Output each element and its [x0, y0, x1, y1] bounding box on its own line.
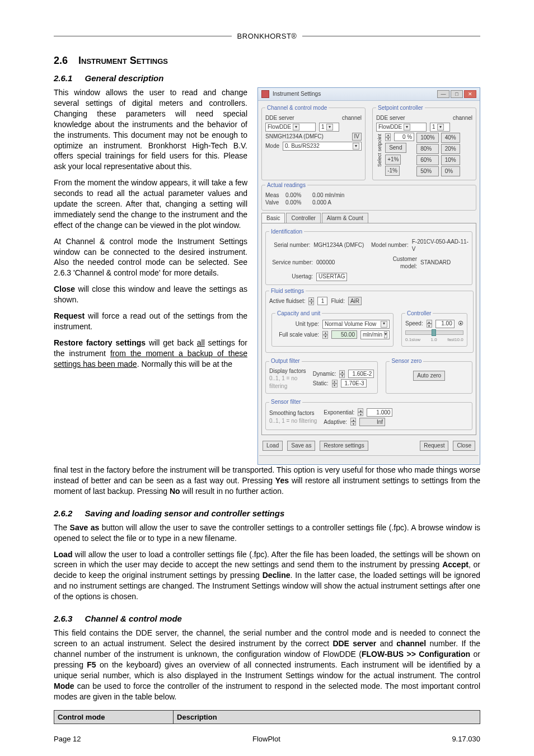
- heading-2.6.2: 2.6.2 Saving and loading sensor and cont…: [54, 508, 480, 519]
- meas-unit: 0.00 mln/min: [312, 192, 344, 199]
- cust-value: STANDARD: [420, 259, 451, 267]
- p4: Close will close this window and leave t…: [54, 284, 247, 305]
- load-button[interactable]: Load: [263, 441, 283, 451]
- channel-legend: Channel & control mode: [265, 104, 329, 112]
- svc-label: Service number:: [269, 259, 313, 267]
- select-setpoint-label: Select setpoint: [376, 133, 383, 168]
- adaptive-label: Adaptive:: [324, 418, 347, 426]
- p9: This field contains the DDE server, the …: [54, 628, 480, 702]
- sp-40-button[interactable]: 40%: [441, 133, 460, 143]
- th-description: Description: [174, 710, 480, 724]
- fluid-legend: Fluid settings: [269, 287, 306, 295]
- close-icon[interactable]: ✕: [464, 90, 476, 98]
- minus1-button[interactable]: -1%: [385, 166, 400, 176]
- page-footer: Page 12 FlowPlot 9.17.030: [54, 734, 480, 744]
- iv-button[interactable]: IV: [352, 133, 362, 141]
- screenshot-column: Instrument Settings — □ ✕ Channel & cont…: [257, 87, 480, 465]
- exponential-value[interactable]: 1.000: [367, 408, 392, 417]
- sensor-filter-legend: Sensor filter: [269, 398, 302, 406]
- dde-server-combo[interactable]: FlowDDE▾: [265, 123, 316, 132]
- heading-2.6-title: Instrument Settings: [78, 55, 168, 66]
- minimize-button[interactable]: —: [437, 90, 449, 98]
- auto-zero-button[interactable]: Auto zero: [413, 371, 445, 381]
- dde-server-label: DDE server: [265, 114, 339, 122]
- fsv-value[interactable]: 50.00: [331, 330, 357, 339]
- heading-2.6.3-num: 2.6.3: [54, 613, 72, 624]
- channel-combo[interactable]: 1▾: [319, 123, 339, 132]
- active-fluidset-value[interactable]: 1: [317, 297, 327, 305]
- sp-dde-combo[interactable]: FlowDDE▾: [376, 123, 427, 132]
- send-button[interactable]: Send: [385, 143, 406, 153]
- setpoint-group: Setpoint controller DDE server channel F…: [372, 104, 476, 180]
- request-button[interactable]: Request: [420, 441, 448, 451]
- sp-0-button[interactable]: 0%: [441, 166, 460, 176]
- heading-2.6: 2.6 Instrument Settings: [54, 54, 480, 67]
- setpoint-legend: Setpoint controller: [376, 104, 425, 112]
- window-titlebar[interactable]: Instrument Settings — □ ✕: [258, 88, 480, 101]
- control-mode-table: Control mode Description: [54, 710, 480, 725]
- th-control-mode: Control mode: [54, 710, 174, 724]
- fsv-unit-combo[interactable]: mln/min▾: [360, 330, 390, 339]
- usertag-label: Usertag:: [269, 273, 313, 281]
- actual-readings-group: Actual readings Meas0.00%0.00 mln/min Va…: [261, 181, 476, 211]
- sp-10-button[interactable]: 10%: [441, 155, 460, 165]
- sp-channel-combo[interactable]: 1▾: [430, 123, 450, 132]
- serial-display: SNMGH1234A (DMFC): [265, 133, 349, 141]
- header-rule-right: [302, 36, 480, 36]
- channel-label: channel: [342, 114, 362, 122]
- display-factors-label: Display factors: [269, 367, 310, 375]
- actual-readings-legend: Actual readings: [265, 181, 307, 189]
- window-title: Instrument Settings: [273, 90, 321, 98]
- restore-settings-button[interactable]: Restore settings: [320, 441, 368, 451]
- left-text-column: This window allows the user to read and …: [54, 87, 247, 465]
- heading-2.6.1-num: 2.6.1: [54, 73, 72, 84]
- sensor-zero-legend: Sensor zero: [390, 357, 423, 365]
- cust-label: Customer model:: [376, 255, 417, 270]
- window-icon: [261, 90, 269, 98]
- exponential-label: Exponential:: [324, 409, 354, 417]
- sp-channel-label: channel: [453, 114, 472, 122]
- sp-50-button[interactable]: 50%: [416, 166, 439, 176]
- output-filter-legend: Output filter: [269, 357, 302, 365]
- sp-20-button[interactable]: 20%: [441, 144, 460, 154]
- capacity-legend: Capacity and unit: [275, 310, 322, 318]
- unit-type-combo[interactable]: Normal Volume Flow▾: [322, 320, 390, 329]
- meas-label: Meas: [265, 192, 282, 199]
- p2: From the moment the window appears, it w…: [54, 178, 247, 230]
- active-fluidset-label: Active fluidset:: [269, 297, 305, 305]
- tab-alarm[interactable]: Alarm & Count: [322, 213, 368, 223]
- setpoint-value[interactable]: 0 %: [394, 133, 414, 141]
- save-as-button[interactable]: Save as: [287, 441, 315, 451]
- sp-100-button[interactable]: 100%: [416, 133, 439, 143]
- channel-control-group: Channel & control mode DDE server channe…: [261, 104, 366, 180]
- maximize-button[interactable]: □: [451, 90, 463, 98]
- speed-value[interactable]: 1.00: [435, 320, 455, 328]
- p7: The Save as button will allow the user t…: [54, 522, 480, 544]
- sp-80-button[interactable]: 80%: [416, 144, 439, 154]
- mode-combo[interactable]: 0. Bus/RS232▾: [283, 142, 362, 151]
- speed-reset-icon[interactable]: ⦿: [458, 320, 463, 328]
- heading-2.6.2-num: 2.6.2: [54, 508, 72, 519]
- p8: Load will allow the user to load a contr…: [54, 549, 480, 602]
- tab-basic[interactable]: Basic: [261, 213, 285, 223]
- p6-rfs: Restore factory settings: [54, 338, 146, 347]
- brand-text: BRONKHORST®: [237, 31, 297, 41]
- sensor-filter-group: Sensor filter Smoothing factors0..1, 1 =…: [265, 398, 472, 430]
- p5-request: Request: [54, 311, 85, 320]
- heading-2.6.1-title: General description: [85, 73, 164, 83]
- output-filter-group: Output filter Display factors0..1, 1 = n…: [265, 357, 378, 394]
- plus1-button[interactable]: +1%: [385, 155, 401, 165]
- smoothing-factors-label: Smoothing factors: [269, 409, 317, 417]
- dynamic-value[interactable]: 1.60E-2: [348, 370, 374, 378]
- close-button[interactable]: Close: [453, 441, 475, 451]
- usertag-input[interactable]: USERTAG: [316, 273, 347, 281]
- tab-controller[interactable]: Controller: [286, 213, 320, 223]
- footer-app: FlowPlot: [252, 734, 280, 744]
- sp-60-button[interactable]: 60%: [416, 155, 439, 165]
- status-bar: [259, 455, 479, 463]
- capacity-group: Capacity and unit Unit type:Normal Volum…: [271, 310, 394, 347]
- header-rule-left: [54, 36, 232, 36]
- speed-slider[interactable]: [405, 330, 463, 335]
- static-value[interactable]: 1.70E-3: [341, 379, 367, 388]
- speed-mid: 1.0: [431, 337, 437, 343]
